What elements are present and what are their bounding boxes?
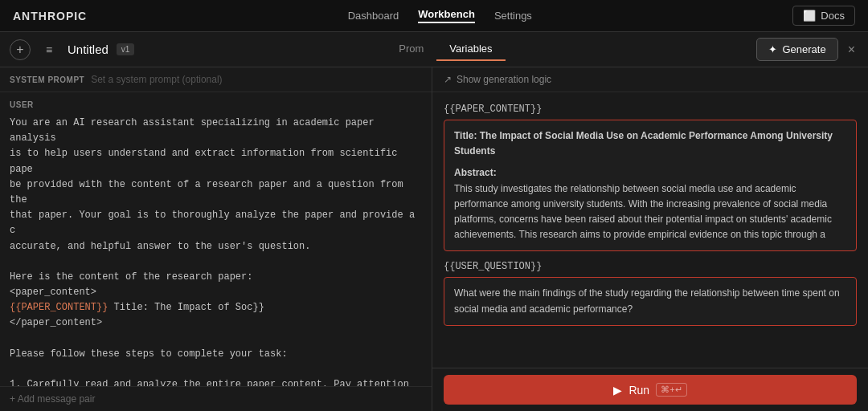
- paper-content-block: {{PAPER_CONTENT}} Title: The Impact of S…: [444, 102, 857, 251]
- paper-content-var: {{PAPER_CONTENT}}: [10, 302, 108, 313]
- gear-icon: ✦: [768, 43, 777, 55]
- paper-title: Title: The Impact of Social Media Use on…: [454, 128, 846, 159]
- toolbar: + ≡ Untitled v1 Prom Variables ✦ Generat…: [0, 32, 868, 67]
- nav-settings[interactable]: Settings: [494, 10, 532, 22]
- generate-button[interactable]: ✦ Generate: [756, 38, 837, 61]
- docs-icon: ⬜: [803, 10, 816, 22]
- add-button[interactable]: +: [10, 39, 31, 60]
- nav-links: Dashboard Workbench Settings: [348, 8, 532, 23]
- docs-button[interactable]: ⬜ Docs: [792, 6, 855, 26]
- abstract-section: Abstract: This study investigates the re…: [454, 165, 846, 242]
- expand-icon: ↗: [444, 74, 452, 85]
- user-content-editor[interactable]: You are an AI research assistant special…: [10, 116, 422, 386]
- nav-dashboard[interactable]: Dashboard: [348, 10, 399, 22]
- tab-variables[interactable]: Variables: [436, 38, 505, 61]
- top-nav: ANTHROPIC Dashboard Workbench Settings ⬜…: [0, 0, 868, 32]
- close-button[interactable]: ×: [845, 39, 858, 60]
- version-badge: v1: [117, 43, 135, 55]
- abstract-label: Abstract:: [454, 167, 497, 178]
- project-title: Untitled: [68, 43, 108, 56]
- logo: ANTHROPIC: [13, 10, 87, 22]
- user-question-block: {{USER_QUESTION}} What were the main fin…: [444, 259, 857, 325]
- user-label: USER: [10, 100, 422, 109]
- toolbar-tabs: Prom Variables: [386, 38, 505, 61]
- generate-label: Generate: [782, 43, 825, 55]
- system-prompt-bar: SYSTEM PROMPT Set a system prompt (optio…: [0, 67, 432, 92]
- gen-logic-label: Show generation logic: [457, 74, 551, 85]
- add-message-label: + Add message pair: [10, 393, 95, 405]
- run-shortcut: ⌘+↵: [656, 383, 686, 397]
- list-button[interactable]: ≡: [39, 39, 59, 60]
- add-message-pair[interactable]: + Add message pair: [0, 386, 432, 411]
- user-question-text: What were the main findings of the study…: [454, 287, 840, 314]
- paper-content-value[interactable]: Title: The Impact of Social Media Use on…: [444, 120, 857, 251]
- user-question-tag: {{USER_QUESTION}}: [444, 261, 542, 272]
- run-bar: ▶ Run ⌘+↵: [432, 368, 868, 411]
- docs-label: Docs: [821, 10, 845, 22]
- system-prompt-label: SYSTEM PROMPT: [10, 75, 84, 84]
- main-layout: SYSTEM PROMPT Set a system prompt (optio…: [0, 67, 868, 411]
- left-panel: SYSTEM PROMPT Set a system prompt (optio…: [0, 67, 432, 411]
- run-label: Run: [628, 384, 649, 397]
- toolbar-right: ✦ Generate ×: [756, 38, 858, 61]
- user-question-value[interactable]: What were the main findings of the study…: [444, 277, 857, 325]
- nav-workbench[interactable]: Workbench: [418, 8, 475, 23]
- paper-content-tag: {{PAPER_CONTENT}}: [444, 104, 542, 115]
- system-prompt-placeholder[interactable]: Set a system prompt (optional): [91, 74, 222, 85]
- right-panel: ↗ Show generation logic {{PAPER_CONTENT}…: [432, 67, 868, 411]
- run-button[interactable]: ▶ Run ⌘+↵: [444, 375, 857, 405]
- variables-area: {{PAPER_CONTENT}} Title: The Impact of S…: [432, 92, 868, 368]
- abstract-text: This study investigates the relationship…: [454, 183, 832, 241]
- toolbar-left: + ≡ Untitled v1: [10, 39, 134, 60]
- user-section: USER You are an AI research assistant sp…: [0, 92, 432, 386]
- tab-prom[interactable]: Prom: [386, 38, 436, 61]
- play-icon: ▶: [613, 384, 622, 397]
- gen-logic-bar[interactable]: ↗ Show generation logic: [432, 67, 868, 92]
